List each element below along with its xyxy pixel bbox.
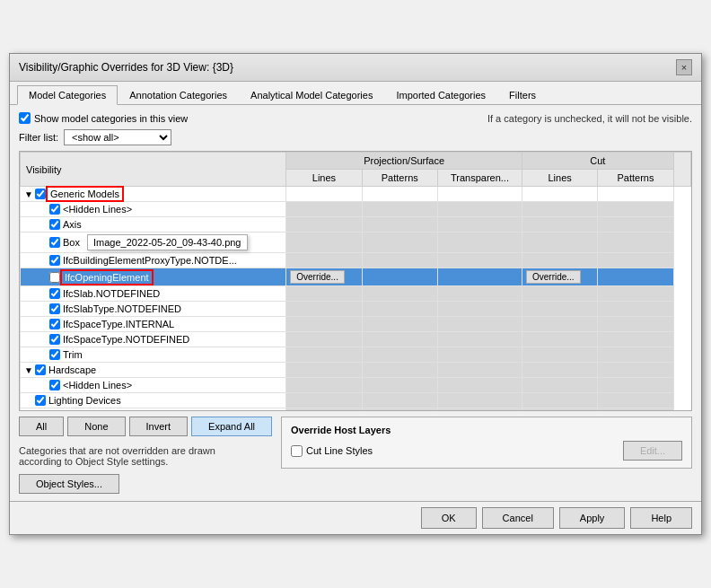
cut-line-styles-label[interactable]: Cut Line Styles [291,445,373,457]
visibility-table-container: Visibility Projection/Surface Cut Lines … [19,151,692,411]
dialog-title: Visibility/Graphic Overrides for 3D View… [19,61,233,74]
row-label: <Hidden Lines> [63,380,132,391]
show-categories-label: Show model categories in this view [34,113,188,124]
row-checkbox[interactable] [49,255,60,266]
row-checkbox[interactable] [49,303,60,314]
tab-imported-categories[interactable]: Imported Categories [384,85,497,104]
apply-button[interactable]: Apply [559,507,626,529]
cell-patterns [362,408,437,412]
filter-bar: Filter list: <show all> [19,129,692,145]
row-label: Axis [63,219,82,230]
table-row[interactable]: IfcBuildingElementProxyType.NOTDE... [21,253,691,268]
object-styles-button[interactable]: Object Styles... [19,474,119,494]
cell-transparency [437,253,522,268]
table-row[interactable]: Trim [21,347,691,363]
table-row[interactable]: <Hidden Lines> [21,202,691,217]
row-checkbox[interactable] [49,380,60,391]
cell-patterns [362,202,437,217]
table-row[interactable]: IfcSlab.NOTDEFINED [21,286,691,302]
cell-transparency [437,286,522,302]
table-row[interactable]: IfcOpeningElementOverride...Override... [21,268,691,286]
table-row[interactable]: IfcSlabType.NOTDEFINED [21,302,691,317]
help-button[interactable]: Help [630,507,692,529]
cell-patterns [362,363,437,378]
tab-filters[interactable]: Filters [497,85,548,104]
cell-transparency [437,408,522,412]
show-categories-checkbox[interactable] [19,112,31,124]
expand-icon[interactable]: ▼ [24,365,33,375]
cell-cut-lines [522,233,597,253]
edit-button[interactable]: Edit... [623,441,682,461]
cell-cut-patterns [598,233,673,253]
cell-patterns [362,347,437,363]
row-checkbox[interactable] [35,395,46,406]
table-row[interactable]: IfcSpaceType.INTERNAL [21,317,691,332]
override-lines-button[interactable]: Override... [290,270,345,284]
row-checkbox[interactable] [49,219,60,230]
filter-select[interactable]: <show all> [64,129,171,145]
invert-button[interactable]: Invert [129,417,189,436]
tab-analytical-model-categories[interactable]: Analytical Model Categories [239,85,384,104]
cell-cut-patterns [598,253,673,268]
col-header-lines: Lines [286,170,362,187]
tab-annotation-categories[interactable]: Annotation Categories [118,85,239,104]
row-checkbox[interactable] [35,364,46,375]
tooltip: Image_2022-05-20_09-43-40.png [87,234,248,250]
row-label: IfcSlabType.NOTDEFINED [63,303,181,314]
cell-cut-patterns [598,187,673,202]
table-row[interactable]: IfcSpaceType.NOTDEFINED [21,332,691,347]
cell-cut-lines [522,347,597,363]
table-row[interactable]: ▼Generic Models [21,187,691,202]
cell-transparency [437,217,522,233]
main-content: Show model categories in this view If a … [10,105,701,501]
col-header-projection: Projection/Surface [286,153,522,170]
visibility-table: Visibility Projection/Surface Cut Lines … [20,152,691,411]
cell-lines [286,187,362,202]
cancel-button[interactable]: Cancel [482,507,554,529]
expand-all-button[interactable]: Expand All [191,417,272,436]
cell-cut-patterns [598,217,673,233]
none-button[interactable]: None [67,417,125,436]
close-button[interactable]: × [676,59,692,75]
override-cut-lines-button[interactable]: Override... [526,270,581,284]
row-checkbox[interactable] [49,319,60,329]
row-checkbox[interactable] [49,272,60,283]
cell-cut-patterns [598,202,673,217]
cut-line-styles-checkbox[interactable] [291,445,303,457]
cell-cut-lines [522,317,597,332]
note-line1: Categories that are not overridden are d… [19,445,215,456]
table-row[interactable]: <Hidden Lines> [21,378,691,393]
main-dialog: Visibility/Graphic Overrides for 3D View… [9,53,702,535]
cell-transparency [437,202,522,217]
table-row[interactable]: BoxImage_2022-05-20_09-43-40.png [21,233,691,253]
table-row[interactable]: ▼Hardscape [21,363,691,378]
top-bar: Show model categories in this view If a … [19,112,692,124]
row-checkbox[interactable] [49,334,60,345]
tab-model-categories[interactable]: Model Categories [17,85,118,105]
show-categories-checkbox-label[interactable]: Show model categories in this view [19,112,188,124]
row-checkbox[interactable] [49,237,60,248]
row-checkbox[interactable] [49,204,60,215]
cell-patterns [362,393,437,408]
table-row[interactable]: Lighting Devices [21,393,691,408]
cell-lines [286,393,362,408]
row-checkbox[interactable] [49,288,60,299]
cell-lines [286,217,362,233]
scrollbar-header [673,153,690,187]
cell-cut-lines [522,393,597,408]
all-button[interactable]: All [19,417,64,436]
row-checkbox[interactable] [35,189,46,199]
expand-icon[interactable]: ▼ [24,189,33,199]
ok-button[interactable]: OK [421,507,477,529]
cell-transparency [437,233,522,253]
cell-patterns [362,217,437,233]
table-row[interactable]: Axis [21,217,691,233]
cell-cut-lines [522,217,597,233]
cell-transparency [437,332,522,347]
note-line2: according to Object Style settings. [19,456,215,467]
col-header-patterns: Patterns [362,170,437,187]
row-checkbox[interactable] [35,410,46,411]
row-checkbox[interactable] [49,349,60,360]
cell-cut-lines [522,286,597,302]
table-row[interactable]: Lighting Fixtures [21,408,691,412]
